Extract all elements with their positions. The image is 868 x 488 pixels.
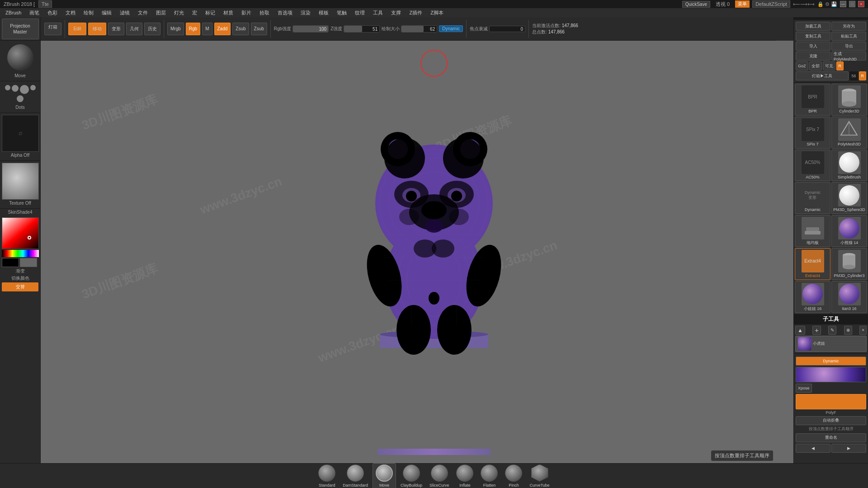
brush-claybuildup[interactable]: ClayBuildup [398,464,425,488]
transparency-label[interactable]: 透视 0 [713,0,732,8]
tool-pm3d-cylinder3[interactable]: PM3D_Cylinder3 [831,248,867,280]
tool-ac[interactable]: AC50% AC50% [795,150,830,182]
lightbox-tool-btn[interactable]: 灯箱▶工具 [796,71,849,80]
menu-tool[interactable]: 工具 [369,9,387,17]
zsub2-btn[interactable]: Zsub [251,23,267,35]
tool-dijun[interactable]: 地均板 [795,215,830,247]
menu-mode-btn[interactable]: 菜单 [735,0,750,8]
geometry-btn[interactable]: 几何 [126,23,142,35]
texture-box[interactable] [2,163,39,200]
menu-zscript[interactable]: Z脚本 [427,9,447,17]
app-tab[interactable]: Tte [38,0,52,8]
gradient-bar[interactable] [2,250,39,257]
mrgb-btn[interactable]: Mrgb [167,23,184,35]
tool-itan3[interactable]: itan3 16 [831,281,867,313]
subtool-merge-icon[interactable]: ⊕ [844,326,852,335]
brush-pinch[interactable]: Pinch [502,464,525,488]
zadd-btn[interactable]: Zadd [214,23,231,35]
menu-file[interactable]: 文件 [134,9,151,17]
tool-xiaowawa16[interactable]: 小娃娃 16 [795,281,830,313]
dot-small-1[interactable] [5,85,10,90]
load-tool-btn[interactable]: 加载工具 [796,22,830,31]
quicksave-label[interactable]: QuickSave [682,1,710,8]
tool-pm3d-sphere3d[interactable]: PM3D_Sphere3D [831,182,867,214]
menu-material[interactable]: 材质 [220,9,237,17]
tool-xiongmao[interactable]: 小熊猫 14 [831,215,867,247]
r2-btn[interactable]: R [859,71,867,80]
subtool-add-btn[interactable]: + [812,326,821,335]
all-btn[interactable]: 全部 [809,61,822,70]
exchange-btn[interactable]: 交替 [2,282,38,291]
menu-template[interactable]: 模板 [315,9,332,17]
brush-slicecurve[interactable]: SliceCurve [427,464,452,488]
close-btn[interactable]: × [858,1,864,7]
brush-curvetube[interactable]: CurveTube [527,464,552,488]
menu-draw[interactable]: 绘制 [80,9,97,17]
auto-fold-btn[interactable]: 自动折叠 [796,416,866,425]
r-btn[interactable]: R [836,61,844,70]
brush-standard[interactable]: Standard [316,464,338,488]
dynamic-sphere[interactable] [796,367,866,382]
dot-medium-2[interactable] [17,95,24,102]
subtool-thumb[interactable] [797,337,812,351]
minimize-btn[interactable]: — [840,1,846,7]
menu-filter[interactable]: 滤镜 [116,9,133,17]
swatch-gray[interactable] [20,258,37,267]
tool-cylinder3d[interactable]: Cylinder3D [831,84,867,116]
dot-medium-1[interactable] [12,85,19,92]
menu-macro[interactable]: 宏 [189,9,201,17]
save-as-btn[interactable]: 另存为 [831,22,866,31]
deform-btn[interactable]: 变形 [108,23,124,35]
zsub-btn[interactable]: Zsub [232,23,249,35]
rename-btn[interactable]: 重命名 [796,433,866,442]
dot-large-1[interactable] [20,85,29,94]
restore-btn[interactable]: □ [849,1,855,7]
menu-stroke[interactable]: 笔触 [333,9,350,17]
menu-light[interactable]: 灯光 [170,9,188,17]
alpha-box[interactable]: ∅ [2,115,39,152]
menu-render[interactable]: 渲染 [297,9,314,17]
dynamic-btn[interactable]: Dynamic [439,25,463,32]
menu-prefs[interactable]: 首选项 [274,9,296,17]
export-btn[interactable]: 导出 [831,42,866,51]
visible-btn[interactable]: 可见 [823,61,835,70]
tool-polymesh3d[interactable]: PolyMesh3D [831,117,867,149]
edit-btn[interactable]: Edit [68,23,86,35]
material-sphere[interactable] [7,44,33,70]
rgb-intensity-slider[interactable]: 100 [292,25,329,33]
menu-document[interactable]: 文档 [62,9,79,17]
clone-btn[interactable]: 克隆 [796,52,830,61]
arr-left[interactable]: ◀ [796,444,830,453]
z-intensity-slider[interactable]: 51 [344,25,380,33]
menu-texture[interactable]: 纹理 [351,9,368,17]
tool-bpr[interactable]: BPR BPR [795,84,830,116]
swatch-black[interactable] [2,258,19,267]
menu-layer[interactable]: 图层 [152,9,170,17]
brush-flatten[interactable]: Flatten [478,464,500,488]
brush-damstandard[interactable]: DamStandard [340,464,371,488]
color-picker[interactable] [2,217,39,249]
tool-extract4[interactable]: Extract4 Extract4 [795,248,830,280]
rgb-btn[interactable]: Rgb [186,23,200,35]
focal-shift-slider[interactable]: 0 [489,26,525,32]
menu-marker[interactable]: 标记 [202,9,219,17]
history-btn[interactable]: 历史 [144,23,160,35]
menu-edit[interactable]: 编辑 [98,9,115,17]
arr-right[interactable]: ▶ [831,444,866,453]
dot-small-2[interactable] [30,85,36,90]
m-btn[interactable]: M [202,23,212,35]
projection-master-btn[interactable]: ProjectionMaster [2,19,39,39]
tool-dynamic[interactable]: Dynamic变形 Dynamic [795,182,830,214]
tool-simplebrush[interactable]: SimpleBrush [831,150,867,182]
canvas-area[interactable]: 3D川图资源库 www.3dzyc.cn 3D川图资源库 www.3dzyc.c… [41,41,827,463]
menu-color[interactable]: 色彩 [44,9,61,17]
xpose-btn[interactable]: Xpose [796,384,812,393]
draw-mode-btn[interactable]: 移动 [88,23,106,35]
goz-btn[interactable]: GoZ [796,61,808,70]
tool-spix[interactable]: SPix 7 SPix 7 [795,117,830,149]
brush-inflate[interactable]: Inflate [453,464,476,488]
menu-movie[interactable]: 影片 [238,9,255,17]
menu-pickup[interactable]: 拾取 [256,9,273,17]
polymesh3d-btn[interactable]: 生成 PolyMesh3D [831,52,866,61]
menu-zplugin[interactable]: Z插件 [406,9,426,17]
